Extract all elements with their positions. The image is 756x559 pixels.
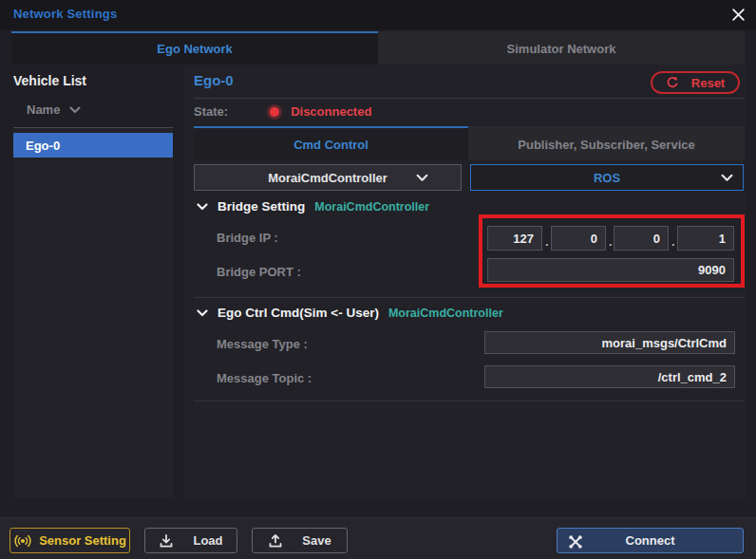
reset-label: Reset	[691, 76, 725, 90]
upload-icon	[268, 533, 283, 549]
ego-ctrl-cmd-section-header[interactable]: Ego Ctrl Cmd(Sim <- User) MoraiCmdContro…	[197, 306, 503, 320]
tab-ego-network[interactable]: Ego Network	[11, 31, 378, 65]
bridge-port-input[interactable]	[487, 258, 734, 282]
message-type-label: Message Type :	[217, 337, 308, 351]
collapse-chevron-icon	[197, 309, 208, 317]
load-button[interactable]: Load	[144, 528, 237, 553]
protocol-select[interactable]: ROS	[470, 164, 744, 191]
sensor-setting-button[interactable]: Sensor Setting	[9, 528, 130, 553]
connect-label: Connect	[626, 533, 675, 548]
window-title: Network Settings	[13, 7, 117, 21]
controller-select[interactable]: MoraiCmdController	[194, 164, 462, 191]
disconnected-status-icon	[270, 107, 279, 117]
ego-ctrl-cmd-title: Ego Ctrl Cmd(Sim <- User)	[217, 306, 379, 320]
footer-bar: Sensor Setting Load Save Connect	[0, 517, 756, 559]
broadcast-icon	[13, 534, 32, 548]
sensor-setting-label: Sensor Setting	[39, 533, 126, 548]
ip-separator: .	[609, 234, 613, 249]
divider	[194, 98, 745, 99]
tab-publisher-subscriber-service[interactable]: Publisher, Subscriber, Service	[468, 126, 745, 160]
bridge-ip-octet-1[interactable]	[487, 226, 542, 251]
divider	[194, 297, 745, 298]
bridge-ip-octet-2[interactable]	[551, 226, 606, 251]
tab-cmd-control-label: Cmd Control	[293, 138, 369, 152]
chevron-down-icon	[69, 106, 81, 114]
connect-button[interactable]: Connect	[557, 528, 744, 553]
save-button[interactable]: Save	[252, 528, 348, 553]
bridge-setting-section-header[interactable]: Bridge Setting MoraiCmdController	[197, 199, 429, 214]
tab-publisher-subscriber-service-label: Publisher, Subscriber, Service	[518, 138, 694, 152]
load-label: Load	[193, 533, 222, 548]
vehicle-list-item-ego-0[interactable]: Ego-0	[13, 133, 173, 158]
controller-select-value: MoraiCmdController	[268, 171, 387, 185]
bridge-ip-octet-4[interactable]	[677, 226, 734, 251]
bridge-setting-title: Bridge Setting	[217, 199, 305, 214]
message-topic-label: Message Topic :	[217, 371, 312, 385]
bridge-ip-octet-3[interactable]	[614, 226, 669, 251]
download-icon	[159, 533, 174, 549]
divider	[194, 401, 745, 401]
vehicle-list-panel: Ego-0	[13, 128, 173, 498]
state-value: Disconnected	[291, 104, 371, 119]
bridge-port-label: Bridge PORT :	[217, 265, 301, 279]
message-type-input[interactable]	[484, 331, 735, 354]
save-label: Save	[302, 533, 331, 548]
vehicle-list-item-label: Ego-0	[26, 139, 60, 153]
title-bar: Network Settings	[0, 0, 756, 29]
tab-ego-network-label: Ego Network	[157, 42, 232, 56]
network-connect-icon	[568, 534, 583, 550]
ip-separator: .	[545, 234, 549, 249]
tab-cmd-control[interactable]: Cmd Control	[194, 126, 468, 160]
tab-simulator-network[interactable]: Simulator Network	[378, 31, 745, 65]
control-tab-bar: Cmd Control Publisher, Subscriber, Servi…	[194, 126, 745, 160]
vehicle-list-name-header[interactable]: Name	[27, 102, 81, 117]
chevron-down-icon	[416, 174, 428, 182]
chevron-down-icon	[721, 174, 733, 182]
message-topic-input[interactable]	[484, 365, 735, 388]
reset-icon	[666, 76, 679, 89]
vehicle-list-title: Vehicle List	[13, 73, 86, 88]
close-button[interactable]	[728, 4, 748, 25]
ip-separator: .	[671, 234, 675, 249]
selected-vehicle-title: Ego-0	[194, 72, 234, 88]
bridge-setting-controller-tag: MoraiCmdController	[314, 200, 429, 214]
protocol-select-value: ROS	[594, 171, 620, 185]
reset-button[interactable]: Reset	[651, 71, 740, 94]
ego-ctrl-cmd-controller-tag: MoraiCmdController	[388, 307, 503, 320]
network-tab-bar: Ego Network Simulator Network	[11, 31, 745, 65]
close-icon	[731, 8, 746, 22]
bridge-ip-label: Bridge IP :	[217, 231, 278, 245]
state-label: State:	[194, 104, 228, 119]
name-header-label: Name	[27, 102, 60, 117]
network-settings-dialog: Network Settings Ego Network Simulator N…	[0, 0, 756, 559]
tab-simulator-network-label: Simulator Network	[507, 42, 616, 56]
collapse-chevron-icon	[197, 203, 208, 211]
state-row: State: Disconnected	[194, 104, 371, 119]
